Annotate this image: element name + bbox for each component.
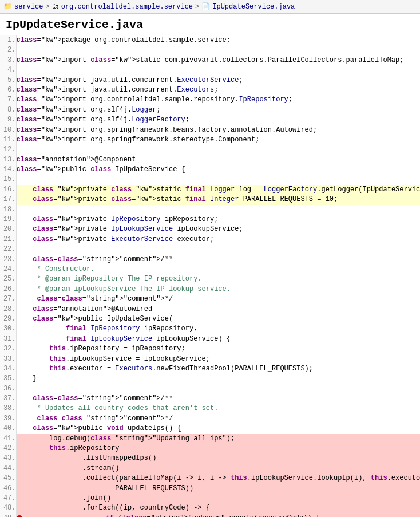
line-number: 42. — [0, 444, 16, 453]
table-row: 14.class="kw">public class IpUpdateServi… — [0, 165, 420, 175]
table-row: 29. class="kw">public IpUpdateService( — [0, 314, 420, 324]
breadcrumb-package[interactable]: org.controlaltdel.sample.service — [61, 3, 193, 11]
table-row: 48. .forEach((ip, countryCode) -> { — [0, 503, 420, 513]
line-number: 21. — [0, 235, 16, 244]
line-code: class="kw">import java.util.concurrent.E… — [16, 85, 420, 95]
line-code: class="annotation">@Autowired — [16, 305, 420, 314]
line-code — [16, 384, 420, 394]
line-number: 33. — [0, 354, 16, 364]
line-code: * Constructor. — [16, 265, 420, 274]
table-row: 18. — [0, 205, 420, 215]
line-code: } — [16, 374, 420, 384]
line-number: 44. — [0, 464, 16, 473]
table-row: 47. .join() — [0, 494, 420, 503]
line-number: 17. — [0, 195, 16, 204]
line-code: log.debug(class="string">"Updating all i… — [16, 434, 420, 444]
table-row: 6.class="kw">import java.util.concurrent… — [0, 85, 420, 95]
line-code: class="kw">private class="kw">static fin… — [16, 195, 420, 204]
line-number: 18. — [0, 205, 16, 215]
table-row: 35. } — [0, 374, 420, 384]
line-code: class="kw">public void updateIps() { — [16, 424, 420, 433]
line-code: PARALLEL_REQUESTS)) — [16, 484, 420, 494]
line-code: class="kw">import org.controlaltdel.samp… — [16, 95, 420, 105]
page-title: IpUpdateService.java — [0, 14, 420, 35]
line-number: 10. — [0, 125, 16, 135]
line-code: .stream() — [16, 464, 420, 473]
line-code: * @param ipLookupService The IP lookup s… — [16, 285, 420, 294]
line-number: 8. — [0, 105, 16, 115]
line-number: 49. — [0, 514, 16, 517]
line-number: 4. — [0, 65, 16, 75]
line-code: class="annotation">@Component — [16, 155, 420, 165]
line-number: 12. — [0, 145, 16, 155]
table-row: 16. class="kw">private class="kw">static… — [0, 185, 420, 195]
table-row: 25. * @param ipRepository The IP reposit… — [0, 274, 420, 284]
line-code: final IpRepository ipRepository, — [16, 324, 420, 334]
table-row: 2. — [0, 45, 420, 55]
line-number: 11. — [0, 135, 16, 145]
table-row: 21. class="kw">private ExecutorService e… — [0, 235, 420, 244]
line-number: 35. — [0, 374, 16, 384]
table-row: 42. this.ipRepository — [0, 444, 420, 453]
line-code — [16, 244, 420, 254]
line-code: this.ipRepository — [16, 444, 420, 453]
line-code: this.ipRepository = ipRepository; — [16, 344, 420, 354]
line-code: class="kw">import org.springframework.st… — [16, 135, 420, 145]
table-row: 15. — [0, 175, 420, 184]
table-row: 32. this.ipRepository = ipRepository; — [0, 344, 420, 354]
line-number: 19. — [0, 215, 16, 224]
breadcrumb-file[interactable]: IpUpdateService.java — [212, 3, 295, 11]
line-code: class=class="string">"comment">*/ — [16, 414, 420, 424]
table-row: 4. — [0, 65, 420, 75]
line-number: 43. — [0, 453, 16, 463]
breadcrumb-service[interactable]: service — [14, 3, 43, 11]
line-number: 28. — [0, 305, 16, 314]
line-number: 34. — [0, 364, 16, 374]
line-number: 16. — [0, 185, 16, 195]
line-number: 47. — [0, 494, 16, 503]
table-row: 43. .listUnmappedIps() — [0, 453, 420, 463]
line-code: .collect(parallelToMap(i -> i, i -> this… — [16, 473, 420, 483]
line-number: 14. — [0, 165, 16, 175]
line-code: final IpLookupService ipLookupService) { — [16, 334, 420, 344]
line-code: class="kw">import org.springframework.be… — [16, 125, 420, 135]
table-row: 39. class=class="string">"comment">*/ — [0, 414, 420, 424]
breadcrumb-sep-1: > — [45, 3, 49, 11]
line-code: class="kw">public class IpUpdateService … — [16, 165, 420, 175]
line-number: 45. — [0, 473, 16, 483]
line-number: 20. — [0, 224, 16, 234]
line-code: class="kw">import org.slf4j.Logger; — [16, 105, 420, 115]
table-row: 1.class="kw">package org.controlaltdel.s… — [0, 35, 420, 45]
line-number: 6. — [0, 85, 16, 95]
line-number: 25. — [0, 274, 16, 284]
line-number: 26. — [0, 285, 16, 294]
line-code: if (!class="string">"unknown".equals(cou… — [16, 514, 420, 517]
line-code: * @param ipRepository The IP repository. — [16, 274, 420, 284]
line-code: class=class="string">"comment">*/ — [16, 294, 420, 304]
line-code: .listUnmappedIps() — [16, 453, 420, 463]
line-code: class="kw">import org.slf4j.LoggerFactor… — [16, 115, 420, 125]
line-number: 15. — [0, 175, 16, 184]
table-row: 38. * Updates all country codes that are… — [0, 404, 420, 413]
table-row: 17. class="kw">private class="kw">static… — [0, 195, 420, 204]
line-number: 41. — [0, 434, 16, 444]
table-row: 19. class="kw">private IpRepository ipRe… — [0, 215, 420, 224]
table-row: 41. log.debug(class="string">"Updating a… — [0, 434, 420, 444]
table-row: 49. if (!class="string">"unknown".equals… — [0, 514, 420, 517]
line-code: class=class="string">"comment">/** — [16, 394, 420, 404]
table-row: 40. class="kw">public void updateIps() { — [0, 424, 420, 433]
line-number: 2. — [0, 45, 16, 55]
table-row: 33. this.ipLookupService = ipLookupServi… — [0, 354, 420, 364]
table-row: 46. PARALLEL_REQUESTS)) — [0, 484, 420, 494]
table-row: 3.class="kw">import class="kw">static co… — [0, 56, 420, 65]
line-number: 40. — [0, 424, 16, 433]
table-row: 27. class=class="string">"comment">*/ — [0, 294, 420, 304]
table-row: 37. class=class="string">"comment">/** — [0, 394, 420, 404]
line-number: 7. — [0, 95, 16, 105]
table-row: 11.class="kw">import org.springframework… — [0, 135, 420, 145]
package-icon: 🗂 — [52, 2, 59, 11]
line-number: 46. — [0, 484, 16, 494]
line-number: 39. — [0, 414, 16, 424]
line-number: 3. — [0, 56, 16, 65]
table-row: 22. — [0, 244, 420, 254]
